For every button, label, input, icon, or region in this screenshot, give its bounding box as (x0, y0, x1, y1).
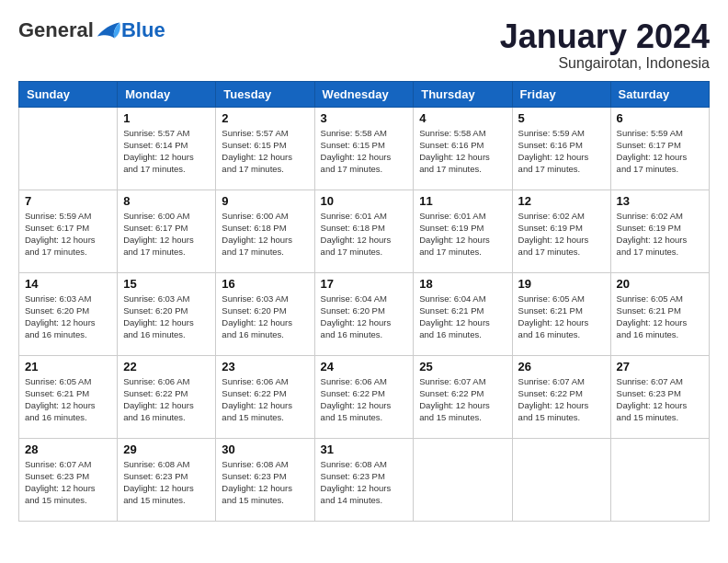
calendar-week-row: 21Sunrise: 6:05 AM Sunset: 6:21 PM Dayli… (19, 355, 710, 438)
calendar-week-row: 14Sunrise: 6:03 AM Sunset: 6:20 PM Dayli… (19, 272, 710, 355)
day-info: Sunrise: 6:06 AM Sunset: 6:22 PM Dayligh… (321, 375, 408, 424)
day-number: 29 (123, 442, 210, 456)
calendar-week-row: 1Sunrise: 5:57 AM Sunset: 6:14 PM Daylig… (19, 107, 710, 190)
calendar-day-cell: 4Sunrise: 5:58 AM Sunset: 6:16 PM Daylig… (414, 107, 512, 190)
calendar-day-cell: 12Sunrise: 6:02 AM Sunset: 6:19 PM Dayli… (512, 190, 610, 272)
calendar-day-cell: 6Sunrise: 5:59 AM Sunset: 6:17 PM Daylig… (610, 107, 709, 190)
day-info: Sunrise: 6:05 AM Sunset: 6:21 PM Dayligh… (25, 375, 111, 424)
day-info: Sunrise: 6:06 AM Sunset: 6:22 PM Dayligh… (123, 375, 210, 424)
day-number: 26 (518, 360, 605, 373)
page-header: General Blue January 2024 Sungairotan, I… (18, 18, 710, 72)
col-wednesday: Wednesday (314, 81, 414, 107)
day-number: 28 (25, 442, 111, 456)
day-info: Sunrise: 6:01 AM Sunset: 6:19 PM Dayligh… (419, 210, 506, 259)
calendar-day-cell: 14Sunrise: 6:03 AM Sunset: 6:20 PM Dayli… (19, 272, 118, 355)
day-info: Sunrise: 6:02 AM Sunset: 6:19 PM Dayligh… (617, 210, 703, 259)
col-thursday: Thursday (414, 81, 512, 107)
day-number: 11 (419, 194, 506, 208)
calendar-day-cell: 21Sunrise: 6:05 AM Sunset: 6:21 PM Dayli… (19, 355, 118, 438)
calendar-header-row: Sunday Monday Tuesday Wednesday Thursday… (19, 81, 710, 107)
day-info: Sunrise: 5:57 AM Sunset: 6:14 PM Dayligh… (123, 127, 210, 176)
day-number: 7 (25, 194, 111, 208)
col-friday: Friday (512, 81, 610, 107)
day-number: 27 (617, 360, 703, 373)
day-info: Sunrise: 6:08 AM Sunset: 6:23 PM Dayligh… (123, 458, 210, 507)
day-info: Sunrise: 6:07 AM Sunset: 6:23 PM Dayligh… (25, 458, 111, 507)
calendar-day-cell (414, 438, 512, 521)
day-info: Sunrise: 6:05 AM Sunset: 6:21 PM Dayligh… (617, 293, 703, 341)
calendar-week-row: 7Sunrise: 5:59 AM Sunset: 6:17 PM Daylig… (19, 190, 710, 272)
day-info: Sunrise: 6:04 AM Sunset: 6:21 PM Dayligh… (419, 293, 506, 341)
calendar-day-cell: 28Sunrise: 6:07 AM Sunset: 6:23 PM Dayli… (19, 438, 118, 521)
day-number: 12 (518, 194, 605, 208)
day-info: Sunrise: 5:57 AM Sunset: 6:15 PM Dayligh… (222, 127, 308, 176)
day-number: 4 (419, 111, 506, 125)
calendar-day-cell: 13Sunrise: 6:02 AM Sunset: 6:19 PM Dayli… (610, 190, 709, 272)
calendar-day-cell: 27Sunrise: 6:07 AM Sunset: 6:23 PM Dayli… (610, 355, 709, 438)
day-info: Sunrise: 6:05 AM Sunset: 6:21 PM Dayligh… (518, 293, 605, 341)
day-number: 18 (419, 277, 506, 291)
title-block: January 2024 Sungairotan, Indonesia (500, 18, 710, 72)
day-number: 14 (25, 277, 111, 291)
day-info: Sunrise: 6:02 AM Sunset: 6:19 PM Dayligh… (518, 210, 605, 259)
day-info: Sunrise: 6:03 AM Sunset: 6:20 PM Dayligh… (25, 293, 111, 341)
calendar-day-cell: 30Sunrise: 6:08 AM Sunset: 6:23 PM Dayli… (216, 438, 314, 521)
calendar-day-cell: 22Sunrise: 6:06 AM Sunset: 6:22 PM Dayli… (118, 355, 216, 438)
calendar-day-cell: 17Sunrise: 6:04 AM Sunset: 6:20 PM Dayli… (314, 272, 414, 355)
day-info: Sunrise: 5:58 AM Sunset: 6:15 PM Dayligh… (321, 127, 408, 176)
day-number: 31 (321, 442, 408, 456)
day-number: 9 (222, 194, 308, 208)
day-number: 16 (222, 277, 308, 291)
logo-bird-icon (96, 20, 121, 40)
day-info: Sunrise: 5:59 AM Sunset: 6:16 PM Dayligh… (518, 127, 605, 176)
day-info: Sunrise: 6:03 AM Sunset: 6:20 PM Dayligh… (222, 293, 308, 341)
day-info: Sunrise: 6:00 AM Sunset: 6:17 PM Dayligh… (123, 210, 210, 259)
logo-blue: Blue (121, 18, 165, 42)
day-info: Sunrise: 6:08 AM Sunset: 6:23 PM Dayligh… (321, 458, 408, 507)
logo-general: General (18, 18, 94, 42)
calendar-day-cell: 10Sunrise: 6:01 AM Sunset: 6:18 PM Dayli… (314, 190, 414, 272)
calendar-day-cell: 24Sunrise: 6:06 AM Sunset: 6:22 PM Dayli… (314, 355, 414, 438)
day-number: 23 (222, 360, 308, 373)
day-number: 1 (123, 111, 210, 125)
day-number: 22 (123, 360, 210, 373)
col-sunday: Sunday (19, 81, 118, 107)
day-number: 8 (123, 194, 210, 208)
day-number: 19 (518, 277, 605, 291)
calendar-day-cell (19, 107, 118, 190)
day-info: Sunrise: 6:07 AM Sunset: 6:23 PM Dayligh… (617, 375, 703, 424)
day-info: Sunrise: 6:01 AM Sunset: 6:18 PM Dayligh… (321, 210, 408, 259)
day-info: Sunrise: 6:07 AM Sunset: 6:22 PM Dayligh… (419, 375, 506, 424)
calendar-day-cell: 3Sunrise: 5:58 AM Sunset: 6:15 PM Daylig… (314, 107, 414, 190)
calendar-day-cell (512, 438, 610, 521)
calendar-table: Sunday Monday Tuesday Wednesday Thursday… (18, 81, 710, 522)
day-number: 6 (617, 111, 703, 125)
calendar-day-cell: 23Sunrise: 6:06 AM Sunset: 6:22 PM Dayli… (216, 355, 314, 438)
month-title: January 2024 (500, 18, 710, 55)
day-number: 24 (321, 360, 408, 373)
calendar-day-cell: 16Sunrise: 6:03 AM Sunset: 6:20 PM Dayli… (216, 272, 314, 355)
calendar-day-cell: 1Sunrise: 5:57 AM Sunset: 6:14 PM Daylig… (118, 107, 216, 190)
logo: General Blue (18, 18, 165, 42)
day-number: 2 (222, 111, 308, 125)
day-info: Sunrise: 5:59 AM Sunset: 6:17 PM Dayligh… (25, 210, 111, 259)
calendar-day-cell: 11Sunrise: 6:01 AM Sunset: 6:19 PM Dayli… (414, 190, 512, 272)
day-info: Sunrise: 6:06 AM Sunset: 6:22 PM Dayligh… (222, 375, 308, 424)
day-number: 21 (25, 360, 111, 373)
day-info: Sunrise: 5:59 AM Sunset: 6:17 PM Dayligh… (617, 127, 703, 176)
day-number: 3 (321, 111, 408, 125)
calendar-day-cell: 8Sunrise: 6:00 AM Sunset: 6:17 PM Daylig… (118, 190, 216, 272)
calendar-day-cell: 31Sunrise: 6:08 AM Sunset: 6:23 PM Dayli… (314, 438, 414, 521)
calendar-day-cell: 18Sunrise: 6:04 AM Sunset: 6:21 PM Dayli… (414, 272, 512, 355)
calendar-day-cell: 7Sunrise: 5:59 AM Sunset: 6:17 PM Daylig… (19, 190, 118, 272)
day-number: 13 (617, 194, 703, 208)
day-number: 20 (617, 277, 703, 291)
day-info: Sunrise: 6:07 AM Sunset: 6:22 PM Dayligh… (518, 375, 605, 424)
day-number: 10 (321, 194, 408, 208)
day-info: Sunrise: 6:03 AM Sunset: 6:20 PM Dayligh… (123, 293, 210, 341)
day-number: 25 (419, 360, 506, 373)
day-number: 5 (518, 111, 605, 125)
day-info: Sunrise: 6:08 AM Sunset: 6:23 PM Dayligh… (222, 458, 308, 507)
day-number: 17 (321, 277, 408, 291)
location-subtitle: Sungairotan, Indonesia (500, 55, 710, 72)
